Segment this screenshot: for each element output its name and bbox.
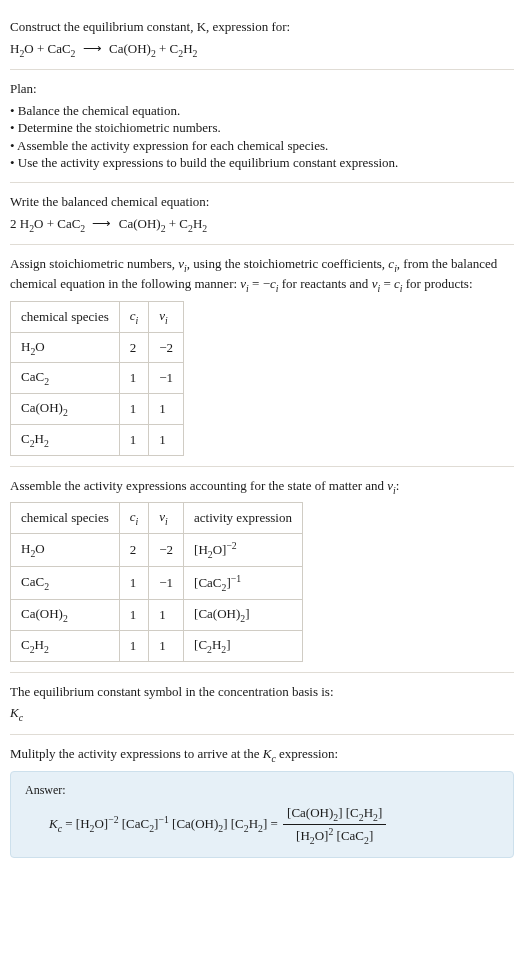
cell-nu: 1 xyxy=(149,630,184,661)
col-nu: νi xyxy=(149,503,184,534)
stoich-section: Assign stoichiometric numbers, νi, using… xyxy=(10,245,514,466)
activity-intro: Assemble the activity expressions accoun… xyxy=(10,477,514,497)
cell-species: H2O xyxy=(11,534,120,567)
cell-nu: −1 xyxy=(149,363,184,394)
unbalanced-equation: H2O + CaC2 ⟶ Ca(OH)2 + C2H2 xyxy=(10,40,514,60)
col-c: ci xyxy=(119,301,149,332)
cell-nu: 1 xyxy=(149,600,184,631)
table-row: C2H2 1 1 [C2H2] xyxy=(11,630,303,661)
balanced-heading: Write the balanced chemical equation: xyxy=(10,193,514,211)
kc-denominator: [H2O]2 [CaC2] xyxy=(283,825,386,847)
final-section: Mulitply the activity expressions to arr… xyxy=(10,735,514,868)
cell-c: 1 xyxy=(119,394,149,425)
plan-bullets: • Balance the chemical equation. • Deter… xyxy=(10,102,514,172)
table-row: Ca(OH)2 1 1 xyxy=(11,394,184,425)
cell-c: 2 xyxy=(119,534,149,567)
answer-label: Answer: xyxy=(25,782,499,798)
table-row: H2O 2 −2 [H2O]−2 xyxy=(11,534,303,567)
balanced-equation: 2 H2O + CaC2 ⟶ Ca(OH)2 + C2H2 xyxy=(10,215,514,235)
col-species: chemical species xyxy=(11,503,120,534)
plan-item: • Assemble the activity expression for e… xyxy=(10,137,514,155)
cell-c: 2 xyxy=(119,332,149,363)
problem-section: Construct the equilibrium constant, K, e… xyxy=(10,8,514,70)
cell-species: CaC2 xyxy=(11,363,120,394)
cell-activity: [Ca(OH)2] xyxy=(184,600,303,631)
cell-c: 1 xyxy=(119,600,149,631)
table-row: CaC2 1 −1 xyxy=(11,363,184,394)
cell-species: C2H2 xyxy=(11,630,120,661)
cell-activity: [CaC2]−1 xyxy=(184,567,303,600)
kc-symbol: Kc xyxy=(10,704,514,724)
activity-table: chemical species ci νi activity expressi… xyxy=(10,502,303,661)
cell-species: CaC2 xyxy=(11,567,120,600)
activity-section: Assemble the activity expressions accoun… xyxy=(10,467,514,673)
stoich-table: chemical species ci νi H2O 2 −2 CaC2 1 −… xyxy=(10,301,184,456)
plan-heading: Plan: xyxy=(10,80,514,98)
cell-activity: [C2H2] xyxy=(184,630,303,661)
cell-c: 1 xyxy=(119,567,149,600)
cell-c: 1 xyxy=(119,630,149,661)
cell-species: Ca(OH)2 xyxy=(11,600,120,631)
answer-box: Answer: Kc = [H2O]−2 [CaC2]−1 [Ca(OH)2] … xyxy=(10,771,514,858)
problem-prompt: Construct the equilibrium constant, K, e… xyxy=(10,18,514,36)
kc-fraction: [Ca(OH)2] [C2H2][H2O]2 [CaC2] xyxy=(283,804,386,847)
col-nu: νi xyxy=(149,301,184,332)
kc-numerator: [Ca(OH)2] [C2H2] xyxy=(283,804,386,825)
cell-activity: [H2O]−2 xyxy=(184,534,303,567)
plan-item: • Determine the stoichiometric numbers. xyxy=(10,119,514,137)
table-row: H2O 2 −2 xyxy=(11,332,184,363)
cell-nu: −2 xyxy=(149,332,184,363)
table-row: CaC2 1 −1 [CaC2]−1 xyxy=(11,567,303,600)
table-row: C2H2 1 1 xyxy=(11,424,184,455)
cell-species: Ca(OH)2 xyxy=(11,394,120,425)
table-row: Ca(OH)2 1 1 [Ca(OH)2] xyxy=(11,600,303,631)
cell-species: C2H2 xyxy=(11,424,120,455)
answer-expression: Kc = [H2O]−2 [CaC2]−1 [Ca(OH)2] [C2H2] =… xyxy=(25,804,499,847)
cell-nu: −1 xyxy=(149,567,184,600)
cell-c: 1 xyxy=(119,363,149,394)
balanced-section: Write the balanced chemical equation: 2 … xyxy=(10,183,514,245)
kc-lhs: Kc = [H2O]−2 [CaC2]−1 [Ca(OH)2] [C2H2] = xyxy=(49,816,281,831)
kc-symbol-section: The equilibrium constant symbol in the c… xyxy=(10,673,514,735)
plan-section: Plan: • Balance the chemical equation. •… xyxy=(10,70,514,183)
cell-species: H2O xyxy=(11,332,120,363)
cell-nu: 1 xyxy=(149,424,184,455)
final-intro: Mulitply the activity expressions to arr… xyxy=(10,745,514,765)
col-species: chemical species xyxy=(11,301,120,332)
cell-nu: 1 xyxy=(149,394,184,425)
stoich-intro: Assign stoichiometric numbers, νi, using… xyxy=(10,255,514,295)
cell-c: 1 xyxy=(119,424,149,455)
kc-symbol-intro: The equilibrium constant symbol in the c… xyxy=(10,683,514,701)
plan-item: • Use the activity expressions to build … xyxy=(10,154,514,172)
col-c: ci xyxy=(119,503,149,534)
plan-item: • Balance the chemical equation. xyxy=(10,102,514,120)
cell-nu: −2 xyxy=(149,534,184,567)
col-activity: activity expression xyxy=(184,503,303,534)
